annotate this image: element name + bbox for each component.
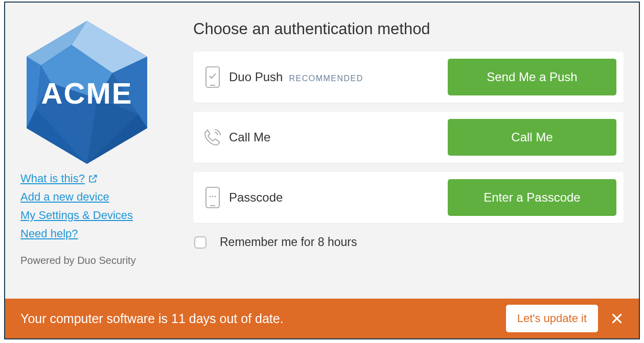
method-label-text: Passcode bbox=[229, 190, 283, 205]
method-label: Passcode bbox=[223, 190, 448, 205]
link-what-is-this[interactable]: What is this? bbox=[20, 172, 98, 185]
page-title: Choose an authentication method bbox=[193, 20, 624, 38]
powered-by-text: Powered by Duo Security bbox=[20, 255, 169, 266]
method-label: Duo Push RECOMMENDED bbox=[223, 70, 448, 84]
help-links: What is this? Add a new device My Settin… bbox=[20, 172, 169, 240]
link-add-device[interactable]: Add a new device bbox=[20, 190, 109, 204]
remember-me-label: Remember me for 8 hours bbox=[220, 235, 357, 249]
enter-passcode-button[interactable]: Enter a Passcode bbox=[448, 179, 616, 216]
sidebar: ACME What is this? Add a new device My bbox=[20, 17, 169, 293]
auth-prompt-frame: ACME What is this? Add a new device My bbox=[4, 2, 640, 339]
method-row-passcode: Passcode Enter a Passcode bbox=[193, 172, 624, 223]
update-button[interactable]: Let's update it bbox=[506, 305, 598, 332]
send-push-button[interactable]: Send Me a Push bbox=[448, 59, 616, 95]
svg-rect-14 bbox=[206, 187, 219, 208]
remember-me-checkbox[interactable] bbox=[194, 236, 206, 249]
method-row-call-me: Call Me Call Me bbox=[193, 112, 624, 163]
main-panel: Choose an authentication method Duo Push… bbox=[193, 17, 624, 293]
method-label-text: Call Me bbox=[229, 130, 270, 144]
recommended-badge: RECOMMENDED bbox=[289, 74, 363, 83]
method-label: Call Me bbox=[223, 130, 448, 144]
link-need-help[interactable]: Need help? bbox=[20, 227, 78, 240]
banner-message: Your computer software is 11 days out of… bbox=[20, 311, 506, 326]
external-link-icon bbox=[88, 174, 98, 184]
svg-point-18 bbox=[215, 196, 216, 198]
svg-point-16 bbox=[210, 196, 211, 198]
method-row-duo-push: Duo Push RECOMMENDED Send Me a Push bbox=[193, 52, 624, 103]
link-settings-devices[interactable]: My Settings & Devices bbox=[20, 209, 133, 222]
brand-logo: ACME bbox=[20, 17, 153, 165]
update-banner: Your computer software is 11 days out of… bbox=[5, 299, 639, 338]
phone-check-icon bbox=[202, 66, 223, 88]
close-icon[interactable] bbox=[610, 312, 624, 325]
svg-point-17 bbox=[212, 196, 214, 198]
method-label-text: Duo Push bbox=[229, 70, 283, 84]
link-label: What is this? bbox=[20, 172, 85, 185]
content-area: ACME What is this? Add a new device My bbox=[5, 3, 639, 299]
passcode-icon bbox=[202, 186, 223, 209]
phone-call-icon bbox=[202, 127, 223, 148]
remember-me-row: Remember me for 8 hours bbox=[193, 235, 624, 249]
logo-text: ACME bbox=[41, 77, 133, 110]
call-me-button[interactable]: Call Me bbox=[448, 119, 616, 156]
